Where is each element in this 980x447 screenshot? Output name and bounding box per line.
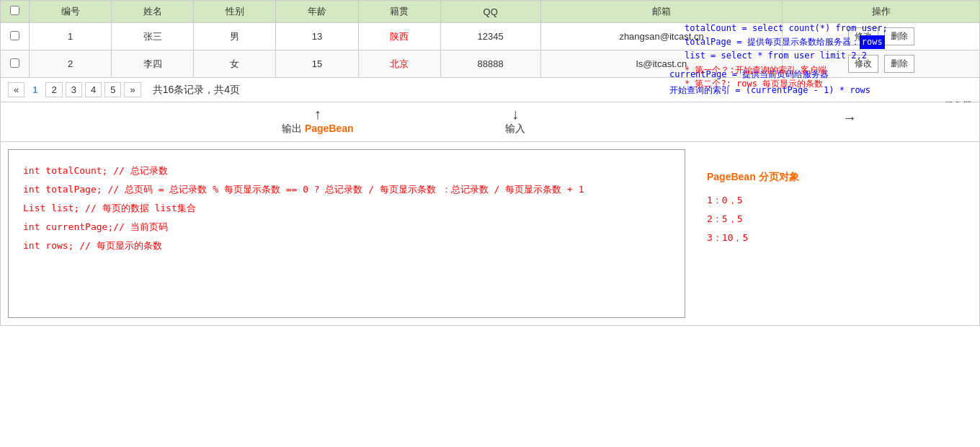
page-link-2[interactable]: 2 bbox=[45, 82, 62, 97]
output-label: 输出 PageBean bbox=[282, 123, 354, 136]
rows-highlight: rows bbox=[860, 35, 885, 49]
cell-gender: 男 bbox=[194, 23, 276, 50]
right-arrow-icon: → bbox=[842, 110, 857, 126]
bottom-area: int totalCount; // 总记录数 int totalPage; /… bbox=[0, 142, 980, 326]
col-email: 邮箱 bbox=[540, 1, 783, 23]
row-checkbox-1[interactable] bbox=[10, 31, 19, 40]
page-link-4[interactable]: 4 bbox=[85, 82, 102, 97]
row-checkbox-2[interactable] bbox=[10, 58, 19, 68]
page-link-1[interactable]: 1 bbox=[27, 83, 43, 97]
input-label: 输入 bbox=[505, 123, 525, 136]
down-arrow-icon: ↓ bbox=[512, 106, 519, 123]
page-link-3[interactable]: 3 bbox=[66, 82, 82, 97]
cell-origin: 陕西 bbox=[358, 23, 440, 50]
cell-qq: 88888 bbox=[440, 50, 540, 78]
pagebean-item-2: 2：5，5 bbox=[707, 210, 972, 229]
cell-qq: 12345 bbox=[440, 23, 540, 50]
next-page-link[interactable]: » bbox=[124, 82, 141, 97]
pagebean-output-label: PageBean bbox=[305, 123, 354, 134]
code-line-3: List list; // 每页的数据 list集合 bbox=[23, 199, 670, 218]
col-origin: 籍贯 bbox=[358, 1, 440, 23]
annotation-line2: totalPage = 提供每页显示条数给服务器：rows bbox=[685, 35, 973, 49]
input-section: ↓ 输入 bbox=[505, 106, 525, 136]
col-age: 年龄 bbox=[276, 1, 358, 23]
cell-id: 2 bbox=[30, 50, 112, 78]
col-action: 操作 bbox=[783, 1, 980, 23]
table-annotation: totalCount = select count(*) from user; … bbox=[685, 22, 973, 91]
pagebean-info: PageBean 分页对象 1：0，5 2：5，5 3：10，5 bbox=[685, 149, 972, 318]
pagebean-item-3: 3：10，5 bbox=[707, 229, 972, 247]
page-links: « 1 2 3 4 5 » bbox=[8, 82, 141, 97]
select-all-checkbox[interactable] bbox=[10, 6, 19, 15]
middle-section: ↑ 输出 PageBean ↓ 输入 → bbox=[0, 102, 980, 142]
cell-origin: 北京 bbox=[358, 50, 440, 78]
pagebean-item-1: 1：0，5 bbox=[707, 191, 972, 210]
code-line-1: int totalCount; // 总记录数 bbox=[23, 161, 670, 180]
code-line-4: int currentPage;// 当前页码 bbox=[23, 218, 670, 236]
annotation-line1: totalCount = select count(*) from user; bbox=[685, 22, 973, 35]
output-section: ↑ 输出 PageBean bbox=[282, 106, 354, 136]
page-link-5[interactable]: 5 bbox=[104, 82, 121, 97]
code-line-2: int totalPage; // 总页码 = 总记录数 % 每页显示条数 ==… bbox=[23, 180, 670, 199]
pagebean-items: 1：0，5 2：5，5 3：10，5 bbox=[707, 191, 972, 247]
cell-age: 15 bbox=[276, 50, 358, 78]
col-name: 姓名 bbox=[112, 1, 194, 23]
col-id: 编号 bbox=[30, 1, 112, 23]
annotation-line4: * 第一个？:开始查询的索引 客户端 bbox=[685, 63, 973, 77]
code-box: int totalCount; // 总记录数 int totalPage; /… bbox=[8, 149, 685, 318]
page-info: 共16条记录，共4页 bbox=[153, 84, 240, 97]
annotation-line5: * 第二个?: rows 每页显示的条数 bbox=[685, 77, 973, 91]
cell-name: 李四 bbox=[112, 50, 194, 78]
code-line-5: int rows; // 每页显示的条数 bbox=[23, 236, 670, 255]
cell-id: 1 bbox=[30, 23, 112, 50]
up-arrow-icon: ↑ bbox=[314, 106, 321, 123]
col-gender: 性别 bbox=[194, 1, 276, 23]
col-qq: QQ bbox=[440, 1, 540, 23]
prev-page-link[interactable]: « bbox=[8, 82, 24, 97]
cell-age: 13 bbox=[276, 23, 358, 50]
cell-gender: 女 bbox=[194, 50, 276, 78]
annotation-line3: list = select * from user limit 2,2 bbox=[685, 49, 973, 63]
cell-name: 张三 bbox=[112, 23, 194, 50]
pagebean-title: PageBean 分页对象 bbox=[707, 171, 972, 184]
